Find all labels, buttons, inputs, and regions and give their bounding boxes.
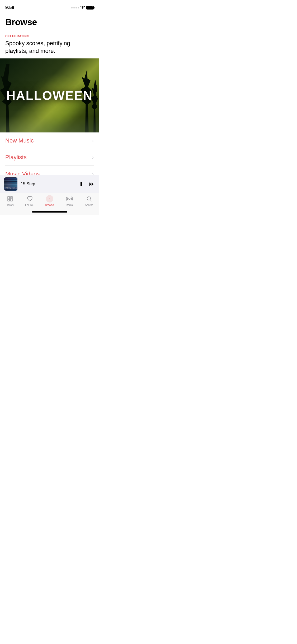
featured-image[interactable]: HALLOWEEN xyxy=(0,58,99,132)
album-art: RAD IQ HEA D xyxy=(4,177,17,191)
tab-browse[interactable]: Browse xyxy=(40,195,59,206)
tab-radio-label: Radio xyxy=(66,204,73,206)
now-playing-controls: ⏸ ⏭ xyxy=(78,181,95,187)
halloween-title: HALLOWEEN xyxy=(6,88,93,103)
now-playing-title: 15 Step xyxy=(21,182,75,186)
tab-for-you[interactable]: For You xyxy=(20,195,40,206)
album-art-design: RAD IQ HEA D xyxy=(4,177,17,191)
svg-rect-1 xyxy=(8,199,10,201)
svg-point-5 xyxy=(87,197,91,200)
pause-button[interactable]: ⏸ xyxy=(78,181,84,187)
menu-item-new-music[interactable]: New Music › xyxy=(5,132,94,149)
svg-rect-3 xyxy=(11,198,12,201)
svg-rect-0 xyxy=(8,196,10,199)
music-note-icon xyxy=(46,195,53,203)
tab-browse-label: Browse xyxy=(45,204,54,206)
battery-icon xyxy=(86,6,94,10)
tab-for-you-label: For You xyxy=(25,204,34,206)
menu-item-new-music-label: New Music xyxy=(5,137,34,144)
featured-tag: CELEBRATING xyxy=(5,34,94,38)
heart-icon xyxy=(26,195,34,203)
featured-scroll[interactable]: CELEBRATING Spooky scores, petrifying pl… xyxy=(0,30,99,132)
tab-search[interactable]: Search xyxy=(79,195,99,206)
search-icon xyxy=(86,195,93,203)
svg-rect-2 xyxy=(11,196,12,198)
menu-item-playlists[interactable]: Playlists › xyxy=(5,149,94,166)
now-playing-bar[interactable]: RAD IQ HEA D 15 Step ⏸ ⏭ xyxy=(0,175,99,193)
ground-mist xyxy=(0,117,99,132)
radio-icon xyxy=(66,195,73,203)
status-bar: 9:59 xyxy=(0,0,99,12)
featured-card-halloween[interactable]: CELEBRATING Spooky scores, petrifying pl… xyxy=(0,30,99,132)
svg-point-4 xyxy=(69,198,70,200)
tab-search-label: Search xyxy=(85,204,93,206)
library-icon xyxy=(6,195,14,203)
svg-line-6 xyxy=(90,200,92,201)
chevron-right-icon: › xyxy=(92,138,94,144)
tab-radio[interactable]: Radio xyxy=(59,195,79,206)
skip-forward-button[interactable]: ⏭ xyxy=(89,181,95,187)
featured-section: CELEBRATING Spooky scores, petrifying pl… xyxy=(0,30,99,132)
tab-library-label: Library xyxy=(6,204,14,206)
featured-description: Spooky scores, petrifying playlists, and… xyxy=(5,40,94,55)
status-time: 9:59 xyxy=(5,5,14,10)
signal-icon xyxy=(71,7,79,8)
chevron-right-icon: › xyxy=(92,155,94,160)
status-icons xyxy=(71,6,94,10)
tab-library[interactable]: Library xyxy=(0,195,20,206)
home-indicator xyxy=(32,211,67,213)
menu-item-playlists-label: Playlists xyxy=(5,154,27,161)
wifi-icon xyxy=(81,6,85,10)
page-title: Browse xyxy=(0,12,99,30)
halloween-banner: HALLOWEEN xyxy=(0,58,99,132)
